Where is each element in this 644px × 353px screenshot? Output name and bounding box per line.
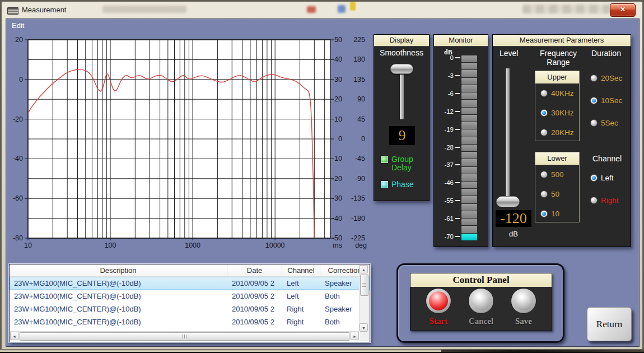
level-slider-thumb[interactable] xyxy=(496,196,520,207)
vertical-scroll-thumb[interactable] xyxy=(360,275,368,296)
horizontal-scrollbar[interactable]: ◄ ► xyxy=(10,331,359,341)
table-header: DescriptionDateChannelCorrection xyxy=(10,264,370,277)
phase-checkbox[interactable]: Phase xyxy=(381,180,414,189)
client-area: Edit 200-20-40-60-8050225401803013520901… xyxy=(6,18,640,347)
svg-text:50: 50 xyxy=(334,36,342,44)
duration-option-10sec-label: 10Sec xyxy=(601,96,622,105)
svg-text:ms: ms xyxy=(333,241,342,249)
meter-segment xyxy=(461,78,477,85)
channel-option-right[interactable]: Right xyxy=(590,196,619,205)
meter-segment xyxy=(461,100,477,106)
channel-option-left-label: Left xyxy=(601,174,614,182)
lower-option-50-label: 50 xyxy=(551,190,559,198)
frequency-response-chart: 200-20-40-60-805022540180301352090104500… xyxy=(6,19,376,254)
measurement-parameters-panel: Measurement Parameters Level Frequency R… xyxy=(492,34,631,247)
cell-channel: Left xyxy=(282,279,320,287)
titlebar-glass-blob xyxy=(307,6,316,13)
svg-text:-80: -80 xyxy=(13,234,23,242)
level-meter xyxy=(461,55,477,240)
cancel-button-face[interactable] xyxy=(468,288,494,314)
svg-text:20: 20 xyxy=(334,95,342,103)
column-header-date[interactable]: Date xyxy=(227,264,282,276)
radio-selected[interactable] xyxy=(540,109,548,117)
svg-text:40: 40 xyxy=(334,55,342,63)
smoothness-slider-thumb[interactable] xyxy=(390,64,413,74)
column-header-description[interactable]: Description xyxy=(10,264,227,276)
measurement-parameters-title: Measurement Parameters xyxy=(493,35,631,47)
upper-option-40khz[interactable]: 40KHz xyxy=(540,89,574,97)
screen: Measurement ✕ Edit 200-20-40-60-80502254… xyxy=(0,0,644,353)
table-row[interactable]: 23W+MG100(MIC_CENTER)@(-10dB)2010/09/05 … xyxy=(10,303,370,315)
radio-unselected[interactable] xyxy=(540,191,548,198)
meter-segment xyxy=(461,182,477,188)
measurement-list: DescriptionDateChannelCorrection 23W+MG1… xyxy=(9,264,370,342)
start-button-dome[interactable] xyxy=(429,291,448,310)
column-header-channel[interactable]: Channel xyxy=(282,264,320,276)
scroll-right-button[interactable]: ► xyxy=(351,332,359,340)
radio-unselected[interactable] xyxy=(590,119,598,127)
cell-description: 23W+MG100(MIC_CENTER)@(-10dB) xyxy=(10,292,227,300)
meter-segment xyxy=(461,70,477,77)
radio-selected[interactable] xyxy=(540,210,548,217)
table-row[interactable]: 23W+MG100(MIC_CENTER)@(-10dB)2010/09/05 … xyxy=(10,277,370,290)
cancel-button[interactable]: Cancel xyxy=(461,288,501,326)
lower-option-10[interactable]: 10 xyxy=(540,210,559,218)
svg-text:-45: -45 xyxy=(355,155,365,162)
svg-text:-135: -135 xyxy=(351,194,365,202)
start-button[interactable]: Start xyxy=(419,288,458,326)
duration-option-5sec[interactable]: 5Sec xyxy=(590,119,618,127)
titlebar: Measurement ✕ xyxy=(2,2,642,18)
control-panel-buttons: StartCancelSave xyxy=(410,288,552,326)
cancel-button-dome[interactable] xyxy=(472,291,491,310)
duration-option-10sec[interactable]: 10Sec xyxy=(590,96,622,105)
titlebar-glass-blob xyxy=(350,2,356,11)
radio-unselected[interactable] xyxy=(540,129,548,136)
svg-text:-40: -40 xyxy=(13,155,23,162)
lower-option-500[interactable]: 500 xyxy=(540,170,564,179)
close-button[interactable]: ✕ xyxy=(610,3,636,17)
titlebar-glass-blob xyxy=(102,6,186,13)
lower-option-50[interactable]: 50 xyxy=(540,190,559,198)
level-slider-track[interactable] xyxy=(505,68,510,197)
scroll-down-button[interactable]: ▼ xyxy=(360,323,368,332)
upper-option-30khz[interactable]: 30KHz xyxy=(540,109,574,117)
save-button-dome[interactable] xyxy=(514,291,533,310)
monitor-panel: Monitor dB 0-3-6-12-19-28-37-46-55-61-70 xyxy=(433,34,488,247)
meter-tick: -28 xyxy=(444,144,460,151)
return-button[interactable]: Return xyxy=(587,307,632,341)
start-button-face[interactable] xyxy=(426,288,451,314)
cell-description: 23W+MG100(MIC_CENTER)@(-10dB) xyxy=(10,318,227,326)
radio-unselected[interactable] xyxy=(590,75,598,82)
save-button[interactable]: Save xyxy=(504,288,543,326)
save-button-face[interactable] xyxy=(511,288,536,314)
svg-text:30: 30 xyxy=(334,76,342,83)
channel-label: Channel xyxy=(592,154,622,163)
radio-selected[interactable] xyxy=(590,97,598,104)
table-row[interactable]: 23W+MG100(MIC_CENTER)@(-10dB)2010/09/05 … xyxy=(10,290,370,303)
channel-option-right-label: Right xyxy=(601,196,619,205)
svg-text:135: 135 xyxy=(353,76,365,83)
meter-segment xyxy=(461,108,477,114)
vertical-scrollbar[interactable]: ▲ ▼ xyxy=(359,265,369,332)
horizontal-scroll-thumb[interactable] xyxy=(20,332,349,341)
display-panel-title: Display xyxy=(374,35,429,47)
meter-tick: -61 xyxy=(444,215,460,222)
radio-unselected[interactable] xyxy=(590,197,598,204)
phase-checkbox-box[interactable] xyxy=(381,181,388,188)
radio-unselected[interactable] xyxy=(540,171,548,178)
table-row[interactable]: 23W+MG100(MIC_CENTER)@(-10dB)2010/09/05 … xyxy=(10,315,370,328)
radio-unselected[interactable] xyxy=(540,90,548,97)
duration-option-20sec[interactable]: 20Sec xyxy=(590,74,622,82)
group-delay-checkbox[interactable]: Group Delay xyxy=(381,155,426,172)
cell-date: 2010/09/05 2 xyxy=(227,305,282,313)
level-unit: dB xyxy=(496,230,531,238)
upper-option-20khz[interactable]: 20KHz xyxy=(540,128,574,137)
smoothness-slider-track[interactable] xyxy=(399,74,404,120)
radio-selected[interactable] xyxy=(590,174,598,182)
channel-option-left[interactable]: Left xyxy=(590,174,614,182)
svg-text:45: 45 xyxy=(357,115,365,123)
scroll-up-button[interactable]: ▲ xyxy=(360,265,368,273)
upper-option-40khz-label: 40KHz xyxy=(551,89,574,97)
scroll-left-button[interactable]: ◄ xyxy=(10,332,18,340)
group-delay-checkbox-box[interactable] xyxy=(381,156,388,163)
